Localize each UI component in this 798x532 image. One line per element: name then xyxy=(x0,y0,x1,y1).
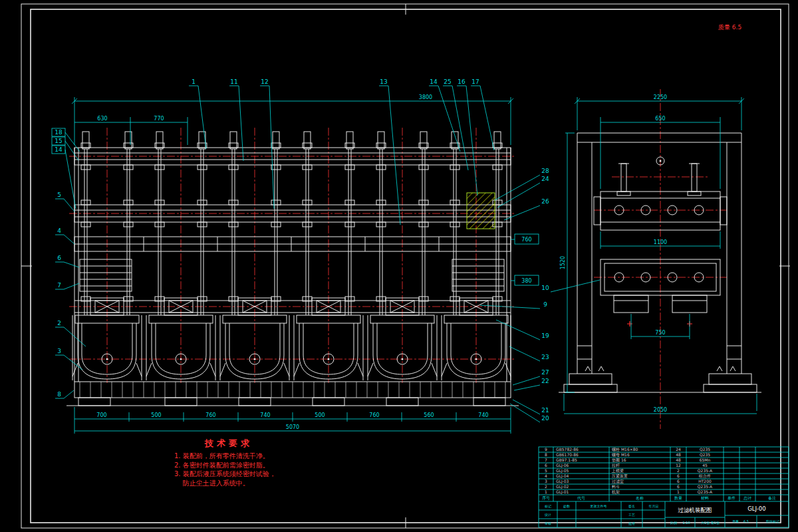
bom-header-unit: 单件 xyxy=(728,495,735,500)
bom-cell-code: GLJ-03 xyxy=(556,479,569,484)
bom-cell-code: GB6170-86 xyxy=(556,452,579,457)
bom-cell-material: 65Mn xyxy=(700,458,711,462)
sheet-stamp: 质量 6.5 xyxy=(718,24,741,31)
callout-20: 20 xyxy=(541,415,549,422)
bom-cell-material: Q235 xyxy=(700,452,710,457)
base-frame xyxy=(74,382,511,398)
dim-main-seg: 500 xyxy=(315,412,325,418)
callout-1: 1 xyxy=(192,78,196,85)
bom-cell-seq: 9 xyxy=(545,447,547,452)
tb-docno: 更改文件号 xyxy=(591,504,607,508)
bom-cell-material: Q235-A xyxy=(698,484,713,489)
bom-cell-code: GB5782-86 xyxy=(556,447,579,452)
bom-cell-qty: 6 xyxy=(677,479,680,483)
bom-cell-material: Q235 xyxy=(700,447,710,452)
left-louver-panel xyxy=(80,259,132,291)
bom-header-qty: 数量 xyxy=(674,495,682,500)
bom-cell-name: 上横梁 xyxy=(611,468,624,473)
bom-cell-seq: 2 xyxy=(545,484,547,489)
dim-side-mid: 1100 xyxy=(654,239,667,245)
callout-4: 4 xyxy=(57,227,61,234)
dim-main-total-top: 3800 xyxy=(419,94,432,100)
bom-cell-material: Q235-A xyxy=(698,468,713,473)
callout-19: 19 xyxy=(541,332,549,339)
bom-cell-name: 过滤室 xyxy=(612,479,624,484)
bom-cell-qty: 2 xyxy=(677,468,680,473)
drawing-frame xyxy=(21,4,790,528)
bom-cell-name: 料斗 xyxy=(612,484,620,489)
bom-cell-material: Q235-A xyxy=(698,489,713,494)
bom-cell-seq: 5 xyxy=(545,468,547,473)
dim-side-height: 1520 xyxy=(560,256,566,269)
coupler xyxy=(386,298,419,315)
dim-side-feet: 750 xyxy=(655,330,665,336)
bom-cell-material: 组合件 xyxy=(698,473,711,479)
bom-cell-name: 机架 xyxy=(612,489,620,494)
tb-design: 设计 xyxy=(544,513,551,517)
bom-cell-qty: 48 xyxy=(676,452,681,457)
tb-check: 审核 xyxy=(545,521,551,525)
dim-main-bottom-total: 5070 xyxy=(286,424,299,430)
tb-date: 年月日 xyxy=(649,504,659,509)
bom-header-total: 总计 xyxy=(743,495,751,500)
callout-18: 18 xyxy=(55,129,63,136)
bom-cell-code: GB97.1-85 xyxy=(556,458,577,462)
bom-cell-seq: 1 xyxy=(545,489,547,494)
bom-cell-code: GLJ-01 xyxy=(556,489,569,495)
bom-cell-material: HT200 xyxy=(698,479,712,483)
tech-line: 防止尘土进入系统中。 xyxy=(174,479,276,488)
tb-mass-value: 6.5 xyxy=(743,519,749,523)
callout-9: 9 xyxy=(543,301,547,308)
tb-mark: 标记 xyxy=(544,504,551,509)
dim-side-bottom: 2050 xyxy=(654,407,667,413)
bom-rows: 9 GB5782-86 螺栓 M16×80 24 Q235 8 GB6170-8… xyxy=(545,447,713,495)
dim-main-seg: 740 xyxy=(478,412,488,418)
dim-main-seg: 760 xyxy=(205,412,215,418)
cad-sheet: 3800 630 770 760 380 700 500 760 740 500… xyxy=(0,0,798,532)
technical-requirements: 技术要求 1. 装配前，所有零件清洗干净。 2. 各密封件装配前需涂密封脂。 3… xyxy=(174,438,276,487)
dim-main-right-b: 380 xyxy=(521,278,531,284)
callout-21: 21 xyxy=(541,407,549,414)
callouts: 1 11 12 13 14 25 16 17 18 15 14 5 4 6 7 … xyxy=(52,78,600,422)
main-view xyxy=(66,132,519,406)
bom-cell-name: 螺母 M16 xyxy=(612,452,630,458)
callout-27: 27 xyxy=(541,369,549,376)
callout-14b: 14 xyxy=(55,146,63,153)
callout-28: 28 xyxy=(541,168,549,174)
callout-17: 17 xyxy=(471,78,479,85)
coupler xyxy=(90,298,124,315)
bom-cell-code: GLJ-04 xyxy=(556,473,569,479)
bom-cell-seq: 3 xyxy=(545,479,547,483)
side-view xyxy=(559,133,761,392)
callout-13: 13 xyxy=(380,78,387,85)
packing-detail-hatched xyxy=(467,193,495,229)
tb-scale-label: 比例 xyxy=(670,521,677,525)
tech-title: 技术要求 xyxy=(205,438,276,450)
drawing-canvas: 3800 630 770 760 380 700 500 760 740 500… xyxy=(0,0,798,532)
tech-line: 1. 装配前，所有零件清洗干净。 xyxy=(174,452,276,461)
tb-drawing-name: 过滤机装配图 xyxy=(678,507,712,513)
dim-main-left-b: 770 xyxy=(154,116,164,122)
tb-count: 处数 xyxy=(563,504,570,509)
bom-cell-code: GLJ-05 xyxy=(556,468,569,473)
callout-2: 2 xyxy=(57,320,61,327)
tb-drawing-no: GLJ-00 xyxy=(747,505,765,512)
callout-26: 26 xyxy=(541,198,549,205)
tb-scale-value: 1:10 xyxy=(682,521,690,525)
coupler xyxy=(460,298,493,315)
bom-cell-name: 垫圈 16 xyxy=(612,458,626,463)
dim-main-seg: 760 xyxy=(369,412,379,418)
bom-cell-material: 45 xyxy=(702,463,708,467)
callout-6: 6 xyxy=(57,255,61,261)
bom-cell-qty: 6 xyxy=(677,473,680,478)
dim-main-seg: 560 xyxy=(424,412,434,418)
bom-cell-qty: 6 xyxy=(677,484,680,489)
tb-stage-label: 阶段标记 xyxy=(766,519,779,524)
callout-8: 8 xyxy=(57,391,61,398)
bom-header-material: 材料 xyxy=(700,495,709,501)
bom-cell-qty: 1 xyxy=(677,489,680,494)
bom-cell-code: GLJ-06 xyxy=(556,463,569,468)
dim-main-left-a: 630 xyxy=(97,116,107,122)
bom-header-code: 代号 xyxy=(577,495,585,500)
dim-main-seg: 700 xyxy=(96,412,106,418)
